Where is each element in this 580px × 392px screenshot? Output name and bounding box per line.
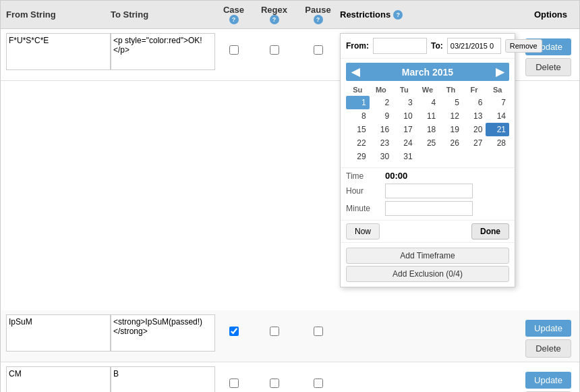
cal-day[interactable]: 29: [346, 150, 370, 163]
cal-day[interactable]: 17: [393, 123, 416, 136]
case-checkbox-1[interactable]: [229, 45, 239, 55]
cal-day[interactable]: 25: [416, 136, 440, 150]
cal-day-empty: [439, 150, 463, 163]
col-header-case: Case ?: [215, 5, 252, 24]
hour-input[interactable]: [385, 184, 473, 198]
pause-checkbox-1[interactable]: [314, 45, 323, 55]
from-textarea-1[interactable]: F*U*S*C*E: [6, 33, 111, 70]
pause-help-icon[interactable]: ?: [314, 15, 323, 24]
cal-day[interactable]: 24: [393, 136, 416, 150]
minute-label: Minute: [346, 204, 380, 213]
next-month-button[interactable]: ▶: [496, 65, 504, 78]
to-cell-3: B: [111, 366, 215, 392]
from-cell-1: F*U*S*C*E: [6, 33, 111, 72]
update-button-3[interactable]: Update: [525, 372, 571, 389]
pause-cell-3: [296, 366, 340, 388]
cal-day[interactable]: 22: [346, 136, 370, 150]
update-button-2[interactable]: Update: [525, 320, 571, 337]
calendar-week-1: 1 2 3 4 5 6 7: [346, 96, 509, 109]
case-help-icon[interactable]: ?: [229, 15, 239, 24]
cal-day[interactable]: 27: [463, 136, 486, 150]
pause-cell-2: [296, 314, 340, 336]
dp-from-label: From:: [346, 41, 369, 51]
hour-label: Hour: [346, 186, 380, 196]
col-header-options: Options: [506, 9, 574, 20]
regex-checkbox-3[interactable]: [270, 379, 279, 388]
day-tu: Tu: [393, 84, 416, 96]
cal-day[interactable]: 8: [346, 109, 370, 123]
pause-checkbox-2[interactable]: [314, 327, 323, 336]
cal-day[interactable]: 19: [439, 123, 463, 136]
cal-day[interactable]: 6: [463, 96, 486, 109]
cal-day[interactable]: 12: [439, 109, 463, 123]
cal-day[interactable]: 2: [370, 96, 393, 109]
cal-day[interactable]: 9: [370, 109, 393, 123]
day-we: We: [416, 84, 440, 96]
cal-day[interactable]: 23: [370, 136, 393, 150]
to-textarea-1[interactable]: <p style="color:red">OK!</p>: [111, 33, 215, 70]
to-textarea-3[interactable]: B: [111, 366, 215, 392]
cal-day[interactable]: 31: [393, 150, 416, 163]
minute-input[interactable]: [385, 201, 473, 216]
options-cell-2: Update Delete: [506, 314, 574, 358]
calendar-week-5: 29 30 31: [346, 150, 509, 163]
cal-day[interactable]: 14: [486, 109, 509, 123]
prev-month-button[interactable]: ◀: [351, 65, 359, 78]
regex-cell-3: [252, 366, 296, 388]
table-header: From String To String Case ? Regex ? Pau…: [1, 1, 579, 29]
day-th: Th: [439, 84, 463, 96]
cal-day[interactable]: 20: [463, 123, 486, 136]
cal-day[interactable]: 26: [439, 136, 463, 150]
now-button[interactable]: Now: [346, 223, 380, 240]
dp-from-input[interactable]: [373, 38, 427, 54]
datepicker-popup: From: To: Remove ◀ March 2015 ▶: [340, 33, 515, 287]
calendar-week-4: 22 23 24 25 26 27 28: [346, 136, 509, 150]
pause-checkbox-3[interactable]: [314, 379, 323, 388]
dp-remove-button[interactable]: Remove: [505, 39, 542, 53]
regex-checkbox-1[interactable]: [270, 45, 279, 55]
cal-day[interactable]: 18: [416, 123, 440, 136]
cal-day-selected[interactable]: 21: [486, 123, 509, 136]
case-checkbox-3[interactable]: [229, 379, 239, 388]
add-exclusion-button[interactable]: Add Exclusion (0/4): [346, 266, 509, 282]
time-label: Time: [346, 171, 380, 181]
case-cell-3: [215, 366, 252, 388]
minute-row: Minute: [346, 201, 509, 216]
regex-help-icon[interactable]: ?: [270, 15, 279, 24]
cal-day[interactable]: 3: [393, 96, 416, 109]
col-header-from: From String: [6, 9, 111, 20]
cal-day[interactable]: 7: [486, 96, 509, 109]
col-header-regex: Regex ?: [252, 5, 296, 24]
cal-day[interactable]: 4: [416, 96, 440, 109]
cal-day[interactable]: 10: [393, 109, 416, 123]
done-button[interactable]: Done: [471, 223, 509, 240]
cal-day[interactable]: 11: [416, 109, 440, 123]
delete-button-2[interactable]: Delete: [525, 339, 571, 358]
table-row: F*U*S*C*E <p style="color:red">OK!</p> F…: [1, 29, 579, 81]
table-row: IpSuM <strong>IpSuM(passed!)</strong> Up…: [1, 310, 579, 362]
from-textarea-3[interactable]: CM: [6, 366, 111, 392]
restrictions-help-icon[interactable]: ?: [393, 10, 403, 20]
dp-to-input[interactable]: [447, 38, 501, 54]
from-textarea-2[interactable]: IpSuM: [6, 314, 111, 352]
add-timeframe-button[interactable]: Add Timeframe: [346, 248, 509, 264]
calendar-grid: Su Mo Tu We Th Fr Sa 1: [346, 84, 509, 163]
calendar-title: March 2015: [402, 67, 453, 78]
cal-day[interactable]: 13: [463, 109, 486, 123]
calendar-day-headers: Su Mo Tu We Th Fr Sa: [346, 84, 509, 96]
regex-checkbox-2[interactable]: [270, 327, 279, 336]
case-checkbox-2[interactable]: [229, 327, 239, 336]
delete-button-1[interactable]: Delete: [525, 58, 571, 76]
to-textarea-2[interactable]: <strong>IpSuM(passed!)</strong>: [111, 314, 215, 352]
cal-day[interactable]: 5: [439, 96, 463, 109]
cal-day[interactable]: 15: [346, 123, 370, 136]
calendar-nav: ◀ March 2015 ▶: [346, 63, 509, 81]
cal-day[interactable]: 30: [370, 150, 393, 163]
cal-day[interactable]: 28: [486, 136, 509, 150]
cal-day[interactable]: 16: [370, 123, 393, 136]
day-sa: Sa: [486, 84, 509, 96]
hour-row: Hour: [346, 184, 509, 198]
from-cell-3: CM: [6, 366, 111, 392]
main-container: From String To String Case ? Regex ? Pau…: [0, 0, 580, 392]
cal-day[interactable]: 1: [346, 96, 370, 109]
